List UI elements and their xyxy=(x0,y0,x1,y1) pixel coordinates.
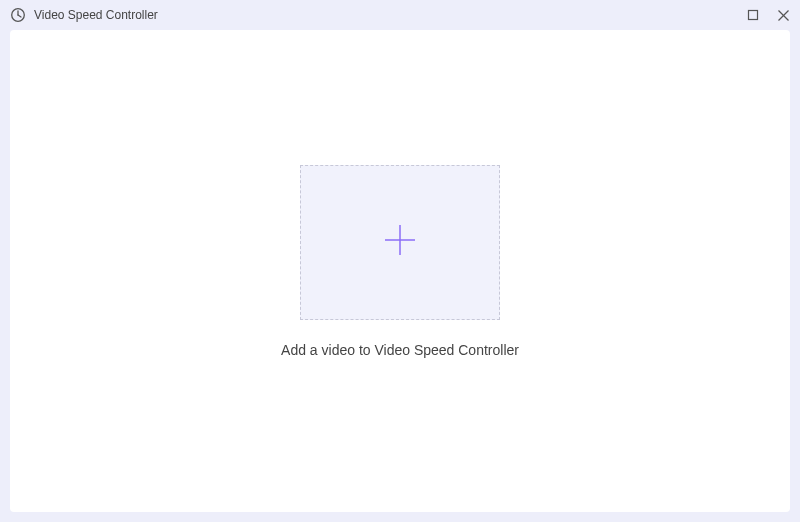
titlebar: Video Speed Controller xyxy=(0,0,800,30)
close-button[interactable] xyxy=(776,8,790,22)
app-icon xyxy=(10,7,26,23)
add-video-dropzone[interactable] xyxy=(300,165,500,320)
titlebar-right xyxy=(746,8,790,22)
svg-rect-1 xyxy=(749,11,758,20)
plus-icon xyxy=(380,220,420,264)
app-title: Video Speed Controller xyxy=(34,8,158,22)
maximize-button[interactable] xyxy=(746,8,760,22)
content-area: Add a video to Video Speed Controller xyxy=(10,30,790,512)
add-video-prompt: Add a video to Video Speed Controller xyxy=(281,342,519,358)
titlebar-left: Video Speed Controller xyxy=(10,7,158,23)
